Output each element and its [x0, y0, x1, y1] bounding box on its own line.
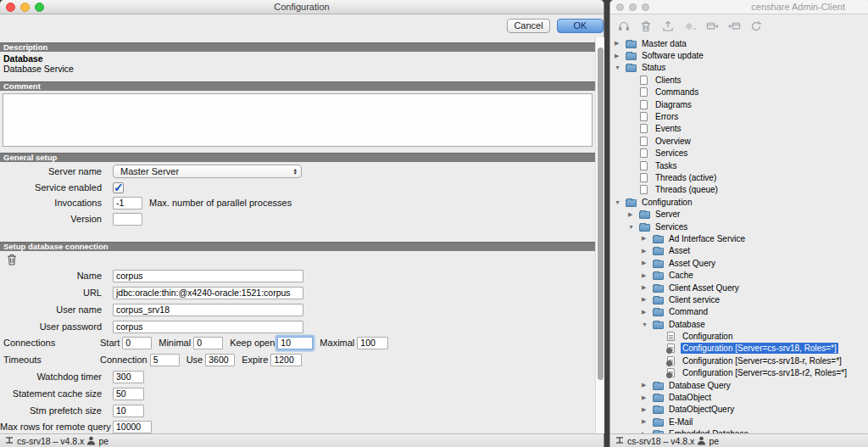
chevron-right-icon[interactable]: ▶: [614, 40, 626, 47]
stmt-cache-input[interactable]: [113, 388, 144, 400]
chevron-right-icon[interactable]: ▶: [641, 394, 653, 401]
server-name-select[interactable]: Master Server ▲▼: [113, 165, 302, 178]
chevron-down-icon[interactable]: ▼: [614, 64, 626, 70]
tree-item[interactable]: Tasks: [610, 159, 868, 171]
compare-icon[interactable]: [706, 20, 719, 33]
chevron-right-icon[interactable]: ▶: [641, 309, 653, 316]
tree-item[interactable]: ▶Ad Interface Service: [610, 232, 868, 244]
minimize-button[interactable]: [629, 3, 637, 11]
chevron-right-icon[interactable]: ▶: [641, 260, 653, 266]
merge-icon[interactable]: [728, 20, 741, 33]
version-input[interactable]: [113, 213, 142, 226]
tree-item[interactable]: Configuration [Server=cs-srv18-r, Roles=…: [610, 355, 868, 366]
chevron-right-icon[interactable]: ▶: [627, 211, 639, 218]
keep-open-input[interactable]: [277, 337, 313, 349]
tree-item[interactable]: ▶Cache: [610, 269, 868, 281]
trash-icon[interactable]: [640, 20, 653, 33]
export-icon[interactable]: [662, 20, 675, 33]
maximal-label: Maximal: [320, 338, 354, 348]
chevron-right-icon[interactable]: ▶: [641, 235, 653, 242]
tree-item[interactable]: ▶Server: [610, 208, 868, 220]
cancel-button[interactable]: Cancel: [507, 19, 550, 33]
max-rows-input[interactable]: [113, 421, 152, 433]
tree-item[interactable]: ▶DataObject: [610, 391, 868, 403]
use-timeout-input[interactable]: [205, 354, 235, 366]
tree-item[interactable]: ▼Status: [610, 62, 868, 74]
tree-item[interactable]: Threads (queue): [610, 184, 868, 196]
tree-item[interactable]: ▶E-Mail: [610, 416, 868, 427]
tree-item[interactable]: ▶Command: [610, 306, 868, 318]
db-name-input[interactable]: [113, 270, 303, 282]
db-user-input[interactable]: [113, 304, 303, 316]
stm-prefetch-input[interactable]: [113, 405, 144, 417]
tree-item[interactable]: Configuration [Server=cs-srv18, Roles=*]: [610, 343, 868, 355]
tree-item[interactable]: Events: [610, 123, 868, 135]
tree-item[interactable]: ▶Database Query: [610, 379, 868, 391]
connection-timeout-input[interactable]: [150, 354, 180, 366]
tree-item-label: Server: [654, 209, 682, 220]
chevron-right-icon[interactable]: ▶: [641, 248, 653, 254]
config-document-icon: [666, 332, 677, 341]
db-password-input[interactable]: [113, 321, 303, 333]
stm-prefetch-label: Stm prefetch size: [0, 405, 102, 416]
minimal-input[interactable]: [193, 337, 223, 349]
tree-item-label: Configuration: [681, 331, 734, 342]
tree-item[interactable]: ▶Asset: [610, 245, 868, 257]
start-input[interactable]: [122, 337, 152, 349]
ok-button[interactable]: OK: [557, 19, 604, 33]
delete-connection-trash-icon[interactable]: [7, 254, 17, 265]
tree-item[interactable]: Clients: [610, 74, 868, 86]
tree-item[interactable]: ▶Software update: [610, 49, 868, 61]
tree: ▶Master data▶Software update▼StatusClien…: [610, 37, 868, 433]
maximal-input[interactable]: [357, 337, 388, 349]
tree-item[interactable]: Configuration [Server=cs-srv18-r2, Roles…: [610, 367, 868, 379]
chevron-right-icon[interactable]: ▶: [614, 53, 626, 59]
tree-item[interactable]: ▶DataObjectQuery: [610, 404, 868, 416]
document-icon: [639, 124, 650, 133]
tree-item[interactable]: ▶Master data: [610, 37, 868, 49]
expire-timeout-input[interactable]: [270, 354, 302, 366]
chevron-right-icon[interactable]: ▶: [641, 418, 653, 425]
chevron-right-icon[interactable]: ▶: [641, 382, 653, 388]
zoom-button[interactable]: [642, 3, 649, 11]
chevron-right-icon[interactable]: ▶: [641, 406, 653, 413]
chevron-right-icon[interactable]: ▶: [641, 296, 653, 303]
watchdog-input[interactable]: [113, 371, 144, 383]
tree-item[interactable]: Diagrams: [610, 98, 868, 110]
tree-item-label: Configuration: [640, 197, 693, 208]
stepper-arrows-icon: ▲▼: [293, 168, 298, 175]
config-scrollbar[interactable]: [595, 37, 604, 433]
tree-item[interactable]: ▼Configuration: [610, 196, 868, 208]
description-line-1: Database: [3, 53, 43, 64]
tree-item[interactable]: Overview: [610, 135, 868, 147]
tree-item[interactable]: Services: [610, 148, 868, 159]
config-scrollbar-thumb[interactable]: [598, 47, 604, 380]
tree-item[interactable]: ▶Client service: [610, 293, 868, 305]
tree-item-label: Database: [667, 319, 707, 330]
tree-item[interactable]: Errors: [610, 110, 868, 122]
tree-item[interactable]: ▶Asset Query: [610, 257, 868, 269]
chevron-down-icon[interactable]: ▼: [627, 224, 639, 230]
document-icon: [639, 75, 650, 85]
gear-icon[interactable]: [684, 20, 697, 33]
invocations-input[interactable]: [113, 197, 142, 210]
tree-item[interactable]: Commands: [610, 87, 868, 98]
chevron-down-icon[interactable]: ▼: [641, 321, 653, 327]
tree-item[interactable]: ▶Client Asset Query: [610, 282, 868, 293]
db-url-input[interactable]: [113, 287, 303, 299]
tree-item[interactable]: Threads (active): [610, 171, 868, 183]
comment-textarea[interactable]: [3, 93, 593, 147]
service-enabled-checkbox[interactable]: [113, 182, 124, 193]
tree-item[interactable]: ▼Services: [610, 221, 868, 232]
tree-item[interactable]: Configuration: [610, 330, 868, 342]
document-icon: [639, 173, 650, 182]
refresh-icon[interactable]: [750, 20, 763, 33]
headphones-icon[interactable]: [618, 20, 631, 33]
close-button[interactable]: [616, 3, 624, 11]
chevron-down-icon[interactable]: ▼: [614, 199, 626, 205]
connections-label: Connections: [0, 338, 100, 348]
db-url-label: URL: [0, 288, 102, 298]
chevron-right-icon[interactable]: ▶: [641, 272, 653, 279]
chevron-right-icon[interactable]: ▶: [641, 284, 653, 291]
tree-item[interactable]: ▼Database: [610, 318, 868, 330]
